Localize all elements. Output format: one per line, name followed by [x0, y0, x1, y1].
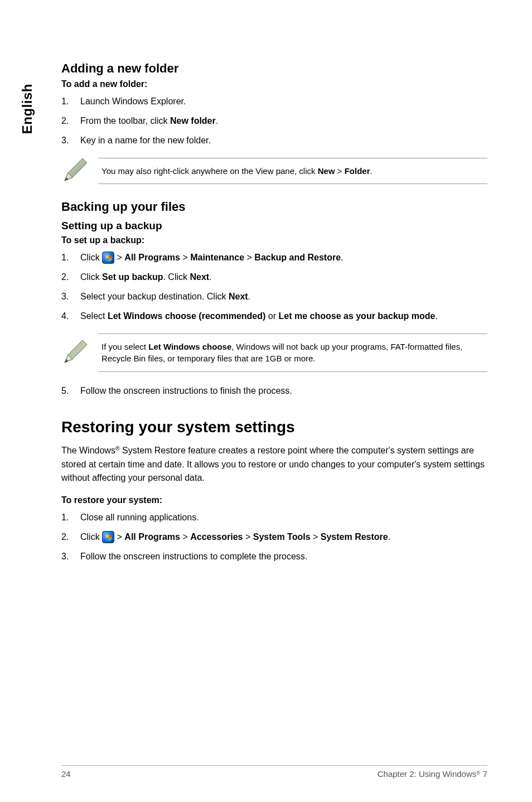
subheading-setting-up-backup: Setting up a backup: [61, 220, 487, 232]
step-body: From the toolbar, click New folder.: [80, 114, 487, 128]
pencil-icon: [61, 339, 88, 366]
list-item: 1.Launch Windows Explorer.: [61, 95, 487, 109]
step-body: Select Let Windows choose (recommended) …: [80, 310, 487, 323]
step-body: Key in a name for the new folder.: [80, 134, 487, 148]
language-tab: English: [20, 84, 35, 134]
step-body: Follow the onscreen instructions to fini…: [80, 384, 487, 398]
step-number: 1.: [61, 251, 80, 265]
step-body: Close all running applications.: [80, 511, 487, 525]
page-number: 24: [61, 769, 84, 779]
list-item: 5.Follow the onscreen instructions to fi…: [61, 384, 487, 398]
list-item: 3.Key in a name for the new folder.: [61, 134, 487, 148]
step-number: 3.: [61, 550, 80, 564]
step-number: 1.: [61, 95, 80, 109]
step-body: Click Set up backup. Click Next.: [80, 270, 487, 284]
paragraph-restore-intro: The Windows® System Restore feature crea…: [61, 444, 487, 485]
step-body: Click > All Programs > Maintenance > Bac…: [80, 251, 487, 265]
list-item: 2.Click Set up backup. Click Next.: [61, 270, 487, 284]
note-text: If you select Let Windows choose, Window…: [98, 334, 487, 373]
list-item: 3.Select your backup destination. Click …: [61, 290, 487, 304]
list-item: 1.Close all running applications.: [61, 511, 487, 525]
step-body: Launch Windows Explorer.: [80, 95, 487, 109]
steps-backup: 1.Click > All Programs > Maintenance > B…: [61, 251, 487, 323]
list-item: 2.Click > All Programs > Accessories > S…: [61, 530, 487, 544]
heading-backing-up: Backing up your files: [61, 200, 487, 214]
list-item: 1.Click > All Programs > Maintenance > B…: [61, 251, 487, 265]
list-item: 2.From the toolbar, click New folder.: [61, 114, 487, 128]
page-footer: 24 Chapter 2: Using Windows® 7: [61, 765, 487, 779]
step-number: 4.: [61, 310, 80, 323]
step-body: Select your backup destination. Click Ne…: [80, 290, 487, 304]
step-number: 2.: [61, 114, 80, 128]
list-item: 3.Follow the onscreen instructions to co…: [61, 550, 487, 564]
step-body: Click > All Programs > Accessories > Sys…: [80, 530, 487, 544]
lead-add-folder: To add a new folder:: [61, 79, 487, 89]
step-body: Follow the onscreen instructions to comp…: [80, 550, 487, 564]
pencil-icon: [61, 157, 88, 184]
list-item: 4.Select Let Windows choose (recommended…: [61, 310, 487, 323]
step-number: 1.: [61, 511, 80, 525]
lead-set-up-backup: To set up a backup:: [61, 235, 487, 245]
steps-backup-cont: 5.Follow the onscreen instructions to fi…: [61, 384, 487, 398]
footer-chapter: Chapter 2: Using Windows® 7: [84, 769, 487, 779]
note-text: You may also right-click anywhere on the…: [98, 158, 487, 185]
heading-adding-new-folder: Adding a new folder: [61, 61, 487, 76]
steps-restore: 1.Close all running applications.2.Click…: [61, 511, 487, 563]
steps-add-folder: 1.Launch Windows Explorer.2.From the too…: [61, 95, 487, 147]
lead-restore-system: To restore your system:: [61, 495, 487, 505]
step-number: 2.: [61, 270, 80, 284]
step-number: 2.: [61, 530, 80, 544]
note-row: You may also right-click anywhere on the…: [61, 157, 487, 184]
step-number: 3.: [61, 134, 80, 148]
step-number: 5.: [61, 384, 80, 398]
note-row: If you select Let Windows choose, Window…: [61, 334, 487, 373]
heading-restoring-system: Restoring your system settings: [61, 418, 487, 436]
windows-start-icon: [102, 252, 114, 264]
windows-start-icon: [102, 531, 114, 543]
step-number: 3.: [61, 290, 80, 304]
